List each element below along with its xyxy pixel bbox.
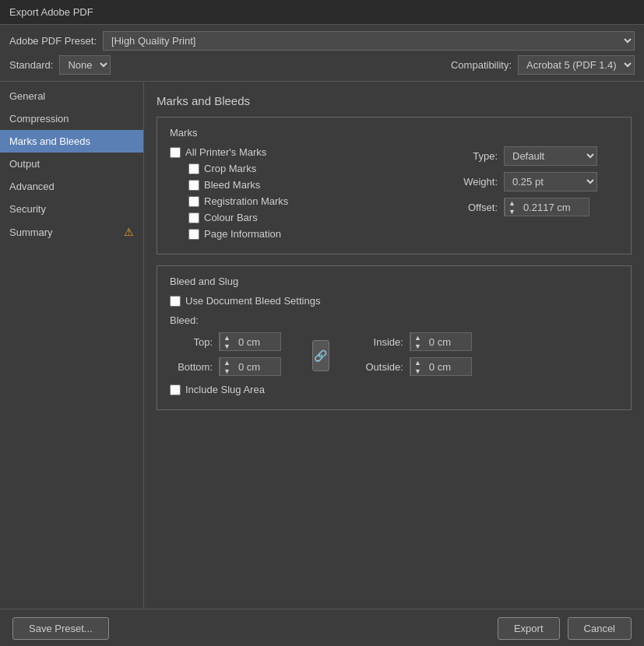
type-select[interactable]: Default J Mark Roman: [504, 146, 597, 166]
page-title: Marks and Bleeds: [157, 94, 632, 107]
offset-increment-button[interactable]: ▲: [505, 198, 519, 207]
top-label: Top:: [170, 336, 213, 348]
bottom-increment-button[interactable]: ▲: [220, 358, 234, 367]
use-document-bleed-row: Use Document Bleed Settings: [170, 295, 618, 307]
bottom-bar: Save Preset... Export Cancel: [0, 609, 644, 646]
use-document-bleed-checkbox[interactable]: [170, 296, 181, 307]
top-input-wrap: ▲ ▼: [219, 332, 281, 351]
preset-select[interactable]: [High Quality Print]: [103, 31, 635, 51]
sidebar-item-compression[interactable]: Compression: [0, 107, 143, 130]
bleed-label: Bleed:: [170, 314, 618, 326]
offset-field[interactable]: [519, 199, 589, 216]
bleed-slug-title: Bleed and Slug: [170, 276, 618, 287]
export-button[interactable]: Export: [498, 617, 560, 640]
all-printers-marks-row: All Printer's Marks: [170, 146, 439, 158]
page-information-checkbox[interactable]: [188, 229, 199, 240]
registration-marks-label: Registration Marks: [204, 195, 288, 207]
cancel-button[interactable]: Cancel: [568, 617, 632, 640]
type-row: Type: Default J Mark Roman: [455, 146, 618, 166]
offset-decrement-button[interactable]: ▼: [505, 207, 519, 216]
top-increment-button[interactable]: ▲: [220, 333, 234, 342]
top-bar: Adobe PDF Preset: [High Quality Print] S…: [0, 25, 644, 82]
sidebar-item-advanced-label: Advanced: [9, 181, 55, 192]
marks-section-label: Marks: [170, 127, 618, 139]
outside-spinner: ▲ ▼: [410, 358, 424, 375]
include-slug-checkbox[interactable]: [170, 384, 181, 395]
sidebar-item-marks-and-bleeds[interactable]: Marks and Bleeds: [0, 130, 143, 153]
weight-select[interactable]: 0.25 pt 0.50 pt 1.0 pt: [504, 172, 597, 191]
sidebar-item-general[interactable]: General: [0, 85, 143, 107]
registration-marks-row: Registration Marks: [188, 195, 439, 207]
bottom-input[interactable]: [234, 359, 280, 375]
crop-marks-checkbox[interactable]: [188, 163, 199, 174]
outside-label: Outside:: [361, 361, 403, 373]
sidebar-item-advanced[interactable]: Advanced: [0, 175, 143, 198]
marks-panel: Marks All Printer's Marks Crop Marks: [157, 117, 632, 255]
inside-spinner: ▲ ▼: [410, 333, 424, 350]
compatibility-select[interactable]: Acrobat 5 (PDF 1.4): [518, 55, 635, 75]
inside-input[interactable]: [424, 334, 471, 350]
bottom-field: Bottom: ▲ ▼: [170, 357, 281, 376]
all-printers-marks-label: All Printer's Marks: [185, 146, 266, 158]
outside-increment-button[interactable]: ▲: [411, 358, 424, 367]
all-printers-marks-checkbox[interactable]: [170, 147, 181, 158]
bleed-marks-row: Bleed Marks: [188, 179, 439, 191]
registration-marks-checkbox[interactable]: [188, 196, 199, 207]
inside-field: Inside: ▲ ▼: [361, 332, 472, 351]
outside-input-wrap: ▲ ▼: [410, 357, 472, 376]
top-decrement-button[interactable]: ▼: [220, 342, 234, 350]
include-slug-row: Include Slug Area: [170, 384, 618, 395]
compatibility-group: Compatibility: Acrobat 5 (PDF 1.4): [451, 55, 635, 75]
sidebar-item-summary-label: Summary: [9, 226, 53, 238]
bottom-label: Bottom:: [170, 361, 213, 373]
std-compat-row: Standard: None Compatibility: Acrobat 5 …: [9, 55, 635, 75]
sidebar-item-compression-label: Compression: [9, 113, 69, 125]
sidebar-item-output[interactable]: Output: [0, 153, 143, 175]
title-bar-text: Export Adobe PDF: [9, 6, 93, 18]
title-bar: Export Adobe PDF: [0, 0, 644, 25]
sidebar-item-summary[interactable]: Summary ⚠: [0, 220, 143, 244]
preset-row: Adobe PDF Preset: [High Quality Print]: [9, 31, 635, 51]
sidebar-item-marks-and-bleeds-label: Marks and Bleeds: [9, 135, 90, 147]
weight-row: Weight: 0.25 pt 0.50 pt 1.0 pt: [455, 172, 618, 191]
offset-input-wrap: ▲ ▼: [504, 198, 589, 216]
outside-decrement-button[interactable]: ▼: [411, 367, 424, 375]
bottom-decrement-button[interactable]: ▼: [220, 367, 234, 375]
top-field: Top: ▲ ▼: [170, 332, 281, 351]
sidebar: General Compression Marks and Bleeds Out…: [0, 82, 144, 609]
content-area: Marks and Bleeds Marks All Printer's Mar…: [144, 82, 644, 609]
offset-spinner: ▲ ▼: [505, 198, 519, 216]
include-slug-label: Include Slug Area: [185, 384, 265, 395]
crop-marks-row: Crop Marks: [188, 163, 439, 174]
preset-label: Adobe PDF Preset:: [9, 35, 97, 47]
top-input[interactable]: [234, 334, 280, 350]
top-spinner: ▲ ▼: [220, 333, 234, 350]
standard-select[interactable]: None: [59, 55, 111, 75]
inside-increment-button[interactable]: ▲: [411, 333, 424, 342]
bleed-inputs: Top: ▲ ▼ Bottom:: [170, 332, 618, 376]
main-area: General Compression Marks and Bleeds Out…: [0, 82, 644, 609]
bleed-marks-checkbox[interactable]: [188, 180, 199, 191]
offset-label: Offset:: [455, 202, 498, 213]
marks-checkboxes: All Printer's Marks Crop Marks Bleed Mar…: [170, 146, 439, 244]
action-buttons: Export Cancel: [498, 617, 632, 640]
inside-input-wrap: ▲ ▼: [410, 332, 472, 351]
inside-label: Inside:: [361, 336, 403, 348]
page-information-row: Page Information: [188, 228, 439, 240]
summary-warning-icon: ⚠: [124, 226, 134, 238]
outside-input[interactable]: [424, 359, 471, 375]
sidebar-item-output-label: Output: [9, 158, 40, 170]
inside-decrement-button[interactable]: ▼: [411, 342, 424, 350]
dialog: Adobe PDF Preset: [High Quality Print] S…: [0, 25, 644, 646]
page-information-label: Page Information: [204, 228, 281, 240]
bleed-right-col: Inside: ▲ ▼ Outside:: [361, 332, 472, 376]
sidebar-item-security[interactable]: Security: [0, 198, 143, 220]
link-icon[interactable]: 🔗: [312, 340, 329, 371]
marks-settings: Type: Default J Mark Roman Weight: 0.25 …: [455, 146, 618, 244]
colour-bars-checkbox[interactable]: [188, 212, 199, 223]
bleed-marks-label: Bleed Marks: [204, 179, 260, 191]
standard-label: Standard:: [9, 59, 53, 71]
sidebar-item-general-label: General: [9, 90, 45, 102]
sidebar-item-security-label: Security: [9, 203, 46, 215]
save-preset-button[interactable]: Save Preset...: [12, 617, 109, 640]
